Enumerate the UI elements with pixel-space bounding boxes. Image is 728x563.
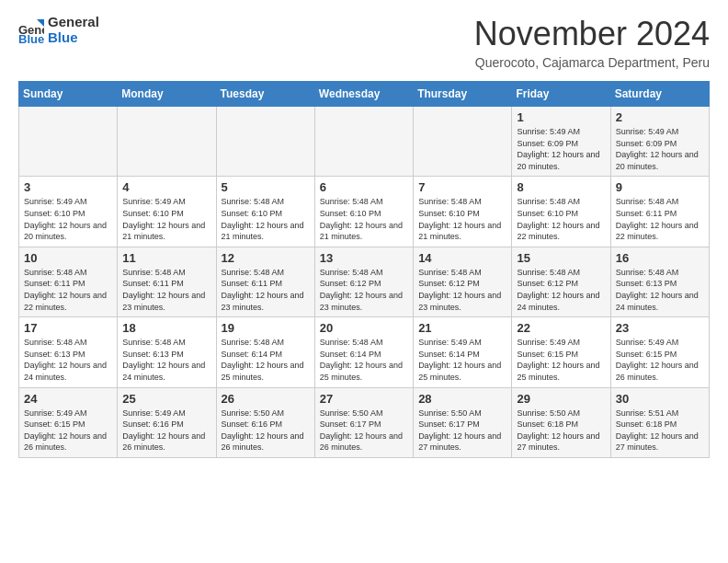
day-info: Sunrise: 5:48 AMSunset: 6:14 PMDaylight:… [222, 337, 310, 383]
day-number: 30 [616, 392, 704, 406]
header-sunday: Sunday [19, 82, 118, 107]
day-info: Sunrise: 5:48 AMSunset: 6:12 PMDaylight:… [418, 267, 506, 313]
day-number: 14 [418, 251, 506, 265]
day-cell-22: 22Sunrise: 5:49 AMSunset: 6:15 PMDayligh… [512, 317, 610, 387]
empty-cell [216, 107, 314, 177]
header-thursday: Thursday [414, 82, 512, 107]
day-info: Sunrise: 5:49 AMSunset: 6:15 PMDaylight:… [24, 408, 112, 454]
day-info: Sunrise: 5:48 AMSunset: 6:10 PMDaylight:… [222, 196, 310, 242]
day-cell-30: 30Sunrise: 5:51 AMSunset: 6:18 PMDayligh… [610, 387, 709, 457]
day-cell-23: 23Sunrise: 5:49 AMSunset: 6:15 PMDayligh… [610, 317, 709, 387]
location: Querocoto, Cajamarca Department, Peru [474, 55, 710, 70]
day-number: 3 [24, 180, 112, 194]
svg-text:Blue: Blue [18, 32, 44, 43]
day-cell-10: 10Sunrise: 5:48 AMSunset: 6:11 PMDayligh… [19, 247, 118, 316]
day-cell-21: 21Sunrise: 5:49 AMSunset: 6:14 PMDayligh… [414, 317, 512, 387]
day-info: Sunrise: 5:49 AMSunset: 6:09 PMDaylight:… [517, 126, 605, 172]
day-cell-28: 28Sunrise: 5:50 AMSunset: 6:17 PMDayligh… [414, 387, 512, 457]
day-info: Sunrise: 5:48 AMSunset: 6:10 PMDaylight:… [320, 196, 408, 242]
day-cell-26: 26Sunrise: 5:50 AMSunset: 6:16 PMDayligh… [216, 387, 314, 457]
day-info: Sunrise: 5:48 AMSunset: 6:11 PMDaylight:… [24, 267, 112, 313]
day-cell-3: 3Sunrise: 5:49 AMSunset: 6:10 PMDaylight… [19, 177, 118, 247]
day-info: Sunrise: 5:48 AMSunset: 6:14 PMDaylight:… [320, 337, 408, 383]
day-number: 7 [418, 180, 506, 194]
header-row: SundayMondayTuesdayWednesdayThursdayFrid… [19, 82, 710, 107]
day-info: Sunrise: 5:51 AMSunset: 6:18 PMDaylight:… [616, 408, 704, 454]
page: General Blue General Blue November 2024 … [0, 0, 728, 473]
day-number: 27 [320, 392, 408, 406]
day-cell-18: 18Sunrise: 5:48 AMSunset: 6:13 PMDayligh… [118, 317, 216, 387]
day-cell-29: 29Sunrise: 5:50 AMSunset: 6:18 PMDayligh… [512, 387, 610, 457]
day-number: 9 [616, 180, 704, 194]
day-number: 11 [122, 251, 210, 265]
day-number: 28 [418, 392, 506, 406]
empty-cell [414, 107, 512, 177]
day-number: 15 [517, 251, 605, 265]
day-number: 18 [122, 321, 210, 335]
day-info: Sunrise: 5:48 AMSunset: 6:10 PMDaylight:… [517, 196, 605, 242]
day-info: Sunrise: 5:48 AMSunset: 6:11 PMDaylight:… [122, 267, 210, 313]
day-info: Sunrise: 5:49 AMSunset: 6:16 PMDaylight:… [122, 408, 210, 454]
day-number: 23 [616, 321, 704, 335]
header-friday: Friday [512, 82, 610, 107]
day-cell-5: 5Sunrise: 5:48 AMSunset: 6:10 PMDaylight… [216, 177, 314, 247]
day-cell-1: 1Sunrise: 5:49 AMSunset: 6:09 PMDaylight… [512, 107, 610, 177]
day-info: Sunrise: 5:48 AMSunset: 6:13 PMDaylight:… [616, 267, 704, 313]
day-cell-14: 14Sunrise: 5:48 AMSunset: 6:12 PMDayligh… [414, 247, 512, 316]
day-cell-12: 12Sunrise: 5:48 AMSunset: 6:11 PMDayligh… [216, 247, 314, 316]
day-cell-19: 19Sunrise: 5:48 AMSunset: 6:14 PMDayligh… [216, 317, 314, 387]
week-row-5: 24Sunrise: 5:49 AMSunset: 6:15 PMDayligh… [19, 387, 710, 457]
day-number: 2 [616, 110, 704, 124]
day-info: Sunrise: 5:48 AMSunset: 6:13 PMDaylight:… [24, 337, 112, 383]
day-number: 19 [222, 321, 310, 335]
day-cell-17: 17Sunrise: 5:48 AMSunset: 6:13 PMDayligh… [19, 317, 118, 387]
day-number: 25 [122, 392, 210, 406]
day-number: 20 [320, 321, 408, 335]
day-number: 12 [222, 251, 310, 265]
week-row-2: 3Sunrise: 5:49 AMSunset: 6:10 PMDaylight… [19, 177, 710, 247]
empty-cell [314, 107, 413, 177]
week-row-1: 1Sunrise: 5:49 AMSunset: 6:09 PMDaylight… [19, 107, 710, 177]
day-cell-7: 7Sunrise: 5:48 AMSunset: 6:10 PMDaylight… [414, 177, 512, 247]
day-number: 16 [616, 251, 704, 265]
day-info: Sunrise: 5:49 AMSunset: 6:10 PMDaylight:… [122, 196, 210, 242]
day-cell-27: 27Sunrise: 5:50 AMSunset: 6:17 PMDayligh… [314, 387, 413, 457]
day-number: 22 [517, 321, 605, 335]
day-cell-11: 11Sunrise: 5:48 AMSunset: 6:11 PMDayligh… [118, 247, 216, 316]
week-row-4: 17Sunrise: 5:48 AMSunset: 6:13 PMDayligh… [19, 317, 710, 387]
day-number: 5 [222, 180, 310, 194]
empty-cell [19, 107, 118, 177]
day-number: 13 [320, 251, 408, 265]
day-cell-4: 4Sunrise: 5:49 AMSunset: 6:10 PMDaylight… [118, 177, 216, 247]
day-cell-9: 9Sunrise: 5:48 AMSunset: 6:11 PMDaylight… [610, 177, 709, 247]
day-info: Sunrise: 5:50 AMSunset: 6:17 PMDaylight:… [320, 408, 408, 454]
header-tuesday: Tuesday [216, 82, 314, 107]
day-cell-16: 16Sunrise: 5:48 AMSunset: 6:13 PMDayligh… [610, 247, 709, 316]
day-number: 21 [418, 321, 506, 335]
day-number: 8 [517, 180, 605, 194]
day-cell-25: 25Sunrise: 5:49 AMSunset: 6:16 PMDayligh… [118, 387, 216, 457]
header-saturday: Saturday [610, 82, 709, 107]
day-number: 6 [320, 180, 408, 194]
day-cell-15: 15Sunrise: 5:48 AMSunset: 6:12 PMDayligh… [512, 247, 610, 316]
logo-blue: Blue [48, 30, 99, 46]
day-number: 4 [122, 180, 210, 194]
day-info: Sunrise: 5:49 AMSunset: 6:15 PMDaylight:… [517, 337, 605, 383]
day-number: 10 [24, 251, 112, 265]
logo-icon: General Blue [18, 17, 44, 43]
day-number: 1 [517, 110, 605, 124]
day-info: Sunrise: 5:48 AMSunset: 6:11 PMDaylight:… [222, 267, 310, 313]
day-cell-24: 24Sunrise: 5:49 AMSunset: 6:15 PMDayligh… [19, 387, 118, 457]
day-info: Sunrise: 5:49 AMSunset: 6:10 PMDaylight:… [24, 196, 112, 242]
day-cell-13: 13Sunrise: 5:48 AMSunset: 6:12 PMDayligh… [314, 247, 413, 316]
calendar-table: SundayMondayTuesdayWednesdayThursdayFrid… [18, 81, 710, 458]
logo: General Blue General Blue [18, 15, 99, 45]
month-title: November 2024 [474, 15, 710, 53]
day-info: Sunrise: 5:48 AMSunset: 6:13 PMDaylight:… [122, 337, 210, 383]
header: General Blue General Blue November 2024 … [18, 15, 710, 70]
day-info: Sunrise: 5:49 AMSunset: 6:09 PMDaylight:… [616, 126, 704, 172]
day-info: Sunrise: 5:48 AMSunset: 6:10 PMDaylight:… [418, 196, 506, 242]
day-info: Sunrise: 5:50 AMSunset: 6:17 PMDaylight:… [418, 408, 506, 454]
logo-general: General [48, 15, 99, 30]
week-row-3: 10Sunrise: 5:48 AMSunset: 6:11 PMDayligh… [19, 247, 710, 316]
